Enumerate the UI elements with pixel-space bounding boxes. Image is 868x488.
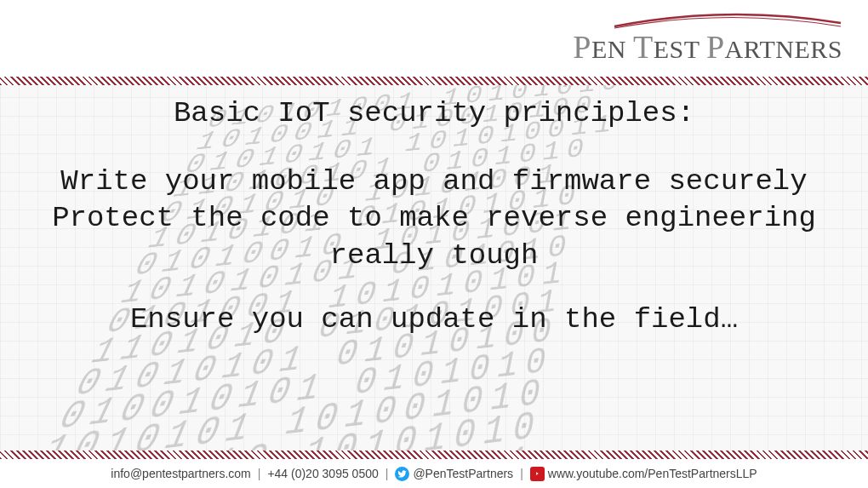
logo-cap-2: T bbox=[633, 29, 654, 65]
youtube-icon bbox=[530, 467, 545, 481]
logo-cap-3: P bbox=[706, 29, 725, 65]
footer-sep: | bbox=[385, 467, 389, 480]
logo-swoosh-icon bbox=[613, 11, 842, 30]
logo-cap-1: P bbox=[573, 29, 591, 65]
footer-sep: | bbox=[258, 467, 261, 480]
footer-email: info@pentestpartners.com bbox=[111, 467, 250, 480]
slide-line-2: Protect the code to make reverse enginee… bbox=[34, 200, 834, 274]
twitter-icon bbox=[395, 467, 409, 481]
logo-word-2: EST bbox=[654, 35, 706, 63]
divider-stripe-bottom bbox=[0, 451, 868, 459]
footer-youtube: www.youtube.com/PenTestPartnersLLP bbox=[548, 467, 757, 480]
footer-sep: | bbox=[520, 467, 523, 480]
footer-twitter: @PenTestPartners bbox=[413, 467, 513, 480]
logo-word-1: EN bbox=[591, 35, 633, 63]
slide-content: Basic IoT security principles: Write you… bbox=[0, 85, 868, 443]
logo-text: PEN TEST PARTNERS bbox=[573, 28, 842, 66]
footer-phone: +44 (0)20 3095 0500 bbox=[267, 467, 378, 480]
footer: info@pentestpartners.com | +44 (0)20 309… bbox=[0, 459, 868, 488]
logo: PEN TEST PARTNERS bbox=[573, 11, 842, 66]
slide-title: Basic IoT security principles: bbox=[34, 95, 834, 133]
slide-line-1: Write your mobile app and firmware secur… bbox=[34, 164, 834, 201]
header: PEN TEST PARTNERS bbox=[0, 0, 868, 77]
divider-stripe-top bbox=[0, 77, 868, 85]
logo-word-3: ARTNERS bbox=[725, 35, 842, 63]
slide-line-3: Ensure you can update in the field… bbox=[34, 301, 834, 339]
